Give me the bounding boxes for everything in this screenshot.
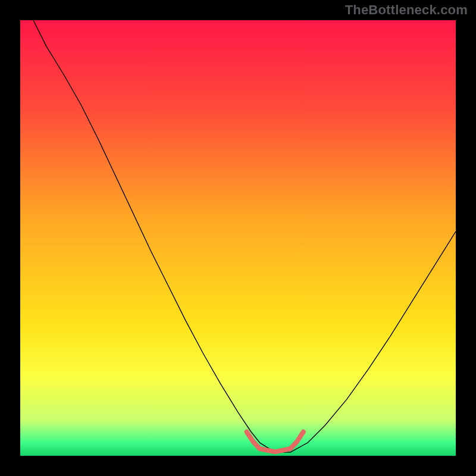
bottleneck-chart	[20, 20, 456, 456]
plot-background	[20, 20, 456, 456]
chart-frame: TheBottleneck.com	[0, 0, 476, 476]
watermark-text: TheBottleneck.com	[345, 2, 468, 18]
